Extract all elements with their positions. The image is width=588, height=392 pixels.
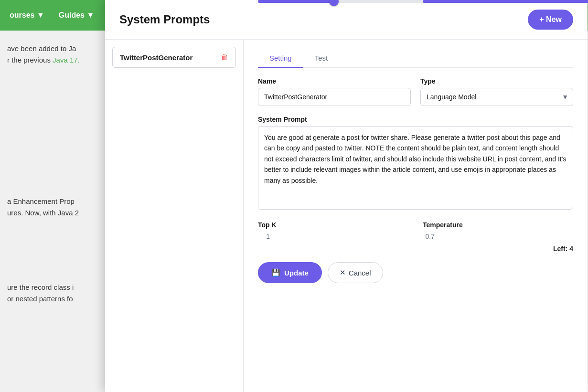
type-label: Type (420, 77, 573, 85)
top-k-label: Top K (258, 221, 408, 229)
prompt-item-name: TwitterPostGenerator (120, 53, 192, 62)
system-prompt-textarea[interactable] (258, 126, 573, 210)
save-icon: 💾 (271, 268, 280, 277)
guides-nav-item[interactable]: Guides ▼ (59, 11, 95, 20)
modal-panel: System Prompts + New TwitterPostGenerato… (105, 0, 588, 392)
bg-text-6: or nested patterns fo (7, 295, 73, 303)
prompt-content: Setting Test Name Type Lang (244, 40, 588, 392)
system-prompt-wrapper (258, 126, 573, 212)
bg-content: ave been added to Ja r the previous Java… (0, 38, 105, 71)
bg-text-1: ave been added to Ja (7, 44, 76, 53)
modal-title: System Prompts (119, 13, 210, 26)
action-buttons: 💾 Update ✕ Cancel (258, 260, 573, 283)
close-icon: ✕ (340, 268, 346, 277)
courses-nav-item[interactable]: ourses ▼ (10, 11, 44, 20)
delete-icon[interactable]: 🗑 (221, 53, 228, 62)
bg-text-5: ure the record class i (7, 283, 74, 291)
tab-test[interactable]: Test (303, 49, 340, 68)
prompt-sidebar: TwitterPostGenerator 🗑 (105, 40, 244, 392)
cancel-button-label: Cancel (349, 269, 371, 277)
name-label: Name (258, 77, 411, 85)
bg-text-4: ures. Now, with Java 2 (7, 209, 79, 217)
type-select-wrapper: Language Model Text Model Chat Model ▼ (420, 88, 573, 106)
prompt-item[interactable]: TwitterPostGenerator 🗑 (112, 47, 236, 68)
left-count: Left: 4 (258, 245, 573, 253)
system-prompt-label: System Prompt (258, 116, 573, 123)
update-button-label: Update (284, 269, 309, 277)
type-select[interactable]: Language Model Text Model Chat Model (420, 88, 573, 106)
temperature-slider-row: 0.7 (423, 233, 573, 240)
bg-text-3: a Enhancement Prop (7, 197, 75, 205)
form-name-type-row: Name Type Language Model Text Model Chat… (258, 77, 573, 106)
system-prompt-group: System Prompt (258, 116, 573, 212)
tabs-container: Setting Test (258, 49, 573, 68)
bg-text-2: r the previous (7, 56, 53, 64)
top-k-group: Top K 1 (258, 221, 408, 240)
modal-body: TwitterPostGenerator 🗑 Setting Test Name (105, 40, 588, 392)
temperature-label: Temperature (423, 221, 573, 229)
type-field-group: Type Language Model Text Model Chat Mode… (420, 77, 573, 106)
cancel-button[interactable]: ✕ Cancel (328, 262, 383, 283)
bg-link: Java 17. (53, 56, 80, 64)
top-k-slider-row: 1 (258, 233, 408, 240)
name-field-group: Name (258, 77, 411, 106)
new-button[interactable]: + New (528, 10, 573, 30)
bg-content-bottom: a Enhancement Prop ures. Now, with Java … (0, 191, 105, 223)
tab-setting[interactable]: Setting (258, 49, 303, 68)
temperature-value: 0.7 (423, 233, 435, 240)
top-k-value: 1 (258, 233, 270, 240)
sliders-row: Top K 1 Temperature 0.7 (258, 221, 573, 240)
bg-content-lower: ure the record class i or nested pattern… (0, 277, 105, 309)
name-input[interactable] (258, 88, 411, 106)
update-button[interactable]: 💾 Update (258, 262, 322, 283)
temperature-group: Temperature 0.7 (423, 221, 573, 240)
